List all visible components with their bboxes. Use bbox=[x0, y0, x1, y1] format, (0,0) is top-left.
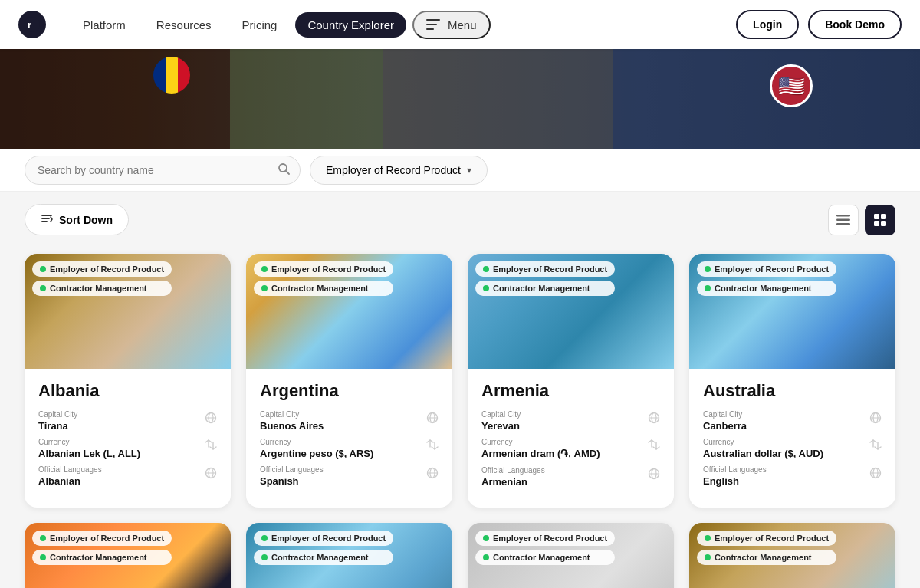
card-badges: Employer of Record Product Contractor Ma… bbox=[32, 531, 172, 565]
exchange-icon bbox=[426, 439, 439, 452]
capital-row: Capital City Canberra bbox=[703, 410, 882, 432]
currency-row: Currency Australian dollar ($, AUD) bbox=[703, 438, 882, 459]
product-badge: Employer of Record Product bbox=[697, 261, 836, 277]
capital-row: Capital City Tirana bbox=[38, 410, 217, 432]
capital-info: Capital City Buenos Aires bbox=[260, 410, 426, 432]
book-demo-button[interactable]: Book Demo bbox=[808, 10, 902, 39]
nav-actions: Login Book Demo bbox=[736, 10, 902, 39]
product-badge: Employer of Record Product bbox=[475, 261, 615, 277]
capital-label: Capital City bbox=[481, 410, 648, 419]
card-image: Employer of Record Product Contractor Ma… bbox=[468, 254, 674, 369]
country-card[interactable]: Employer of Record Product Contractor Ma… bbox=[689, 523, 895, 588]
card-body: Armenia Capital City Yerevan Currency Ar… bbox=[468, 369, 674, 508]
badge-dot bbox=[261, 554, 268, 560]
product-badge: Contractor Management bbox=[32, 550, 172, 565]
nav-country-explorer[interactable]: Country Explorer bbox=[295, 12, 406, 38]
currency-value: Australian dollar ($, AUD) bbox=[703, 448, 869, 459]
product-badge: Employer of Record Product bbox=[254, 531, 393, 546]
nav-platform[interactable]: Platform bbox=[71, 12, 138, 38]
capital-info: Capital City Yerevan bbox=[481, 410, 648, 432]
currency-label: Currency bbox=[260, 438, 426, 446]
language-row: Official Languages Spanish bbox=[260, 465, 439, 487]
card-badges: Employer of Record Product Contractor Ma… bbox=[697, 261, 836, 296]
card-badges: Employer of Record Product Contractor Ma… bbox=[475, 261, 615, 296]
language-info: Official Languages Armenian bbox=[481, 466, 648, 488]
capital-value: Buenos Aires bbox=[260, 420, 426, 432]
badge-dot bbox=[40, 285, 46, 291]
badge-dot bbox=[705, 266, 711, 272]
svg-rect-4 bbox=[426, 28, 434, 30]
country-name: Albania bbox=[38, 381, 217, 401]
product-badge: Contractor Management bbox=[254, 281, 393, 296]
svg-rect-3 bbox=[426, 24, 437, 25]
badge-dot bbox=[483, 266, 489, 272]
product-badge: Employer of Record Product bbox=[254, 261, 393, 277]
capital-value: Tirana bbox=[38, 420, 205, 432]
globe-icon bbox=[426, 412, 439, 426]
badge-dot bbox=[705, 285, 711, 291]
language-info: Official Languages English bbox=[703, 465, 869, 487]
currency-info: Currency Armenian dram (֏, AMD) bbox=[481, 438, 648, 460]
product-badge: Contractor Management bbox=[254, 550, 393, 565]
badge-dot bbox=[261, 535, 268, 541]
navbar: r Platform Resources Pricing Country Exp… bbox=[0, 0, 920, 49]
capital-row: Capital City Buenos Aires bbox=[260, 410, 439, 432]
sort-button[interactable]: Sort Down bbox=[25, 204, 129, 235]
exchange-icon bbox=[648, 439, 660, 452]
badge-dot bbox=[483, 535, 489, 541]
nav-links: Platform Resources Pricing Country Explo… bbox=[71, 11, 736, 39]
badge-dot bbox=[705, 535, 711, 541]
nav-menu[interactable]: Menu bbox=[412, 11, 491, 39]
search-icon bbox=[278, 163, 290, 178]
svg-rect-11 bbox=[836, 218, 850, 221]
country-card[interactable]: Employer of Record Product Contractor Ma… bbox=[246, 254, 452, 508]
svg-rect-13 bbox=[874, 214, 879, 219]
country-card[interactable]: Employer of Record Product Contractor Ma… bbox=[689, 254, 895, 508]
language-value: English bbox=[703, 475, 869, 487]
currency-info: Currency Argentine peso ($, ARS) bbox=[260, 438, 426, 459]
svg-line-6 bbox=[286, 171, 289, 174]
currency-label: Currency bbox=[481, 438, 648, 446]
login-button[interactable]: Login bbox=[736, 10, 799, 39]
language-info: Official Languages Spanish bbox=[260, 465, 426, 487]
badge-dot bbox=[40, 266, 46, 272]
product-filter-dropdown[interactable]: Employer of Record Product ▾ bbox=[310, 156, 488, 185]
country-card[interactable]: Employer of Record Product Contractor Ma… bbox=[468, 523, 674, 588]
controls-bar: Employer of Record Product ▾ bbox=[0, 149, 920, 192]
currency-info: Currency Albanian Lek (L, ALL) bbox=[38, 438, 205, 459]
language-value: Albanian bbox=[38, 475, 205, 487]
currency-value: Argentine peso ($, ARS) bbox=[260, 448, 426, 459]
capital-label: Capital City bbox=[260, 410, 426, 419]
card-image: Employer of Record Product Contractor Ma… bbox=[468, 523, 674, 588]
grid-view-button[interactable] bbox=[865, 205, 895, 235]
product-badge: Employer of Record Product bbox=[32, 261, 172, 277]
card-body: Albania Capital City Tirana Currency Alb… bbox=[25, 369, 231, 507]
list-view-button[interactable] bbox=[828, 205, 859, 235]
globe-lang-icon bbox=[426, 467, 439, 481]
nav-resources[interactable]: Resources bbox=[144, 12, 224, 38]
currency-row: Currency Armenian dram (֏, AMD) bbox=[481, 438, 660, 460]
country-card[interactable]: Employer of Record Product Contractor Ma… bbox=[246, 523, 452, 588]
capital-info: Capital City Canberra bbox=[703, 410, 869, 432]
nav-pricing[interactable]: Pricing bbox=[230, 12, 290, 38]
card-badges: Employer of Record Product Contractor Ma… bbox=[475, 531, 615, 565]
language-value: Spanish bbox=[260, 475, 426, 487]
language-row: Official Languages English bbox=[703, 465, 882, 487]
card-badges: Employer of Record Product Contractor Ma… bbox=[32, 261, 172, 296]
capital-value: Yerevan bbox=[481, 420, 648, 432]
language-label: Official Languages bbox=[38, 465, 205, 474]
capital-label: Capital City bbox=[38, 410, 205, 419]
country-card[interactable]: Employer of Record Product Contractor Ma… bbox=[25, 523, 231, 588]
product-filter-wrapper: Employer of Record Product ▾ bbox=[310, 156, 488, 185]
card-image: Employer of Record Product Contractor Ma… bbox=[246, 523, 452, 588]
logo[interactable]: r bbox=[18, 11, 46, 38]
country-card[interactable]: Employer of Record Product Contractor Ma… bbox=[468, 254, 674, 508]
currency-value: Albanian Lek (L, ALL) bbox=[38, 448, 205, 459]
capital-label: Capital City bbox=[703, 410, 869, 419]
search-input[interactable] bbox=[25, 156, 301, 185]
currency-label: Currency bbox=[703, 438, 869, 446]
svg-rect-16 bbox=[881, 221, 886, 226]
card-image: Employer of Record Product Contractor Ma… bbox=[246, 254, 452, 369]
card-image: Employer of Record Product Contractor Ma… bbox=[689, 523, 895, 588]
country-card[interactable]: Employer of Record Product Contractor Ma… bbox=[25, 254, 231, 508]
